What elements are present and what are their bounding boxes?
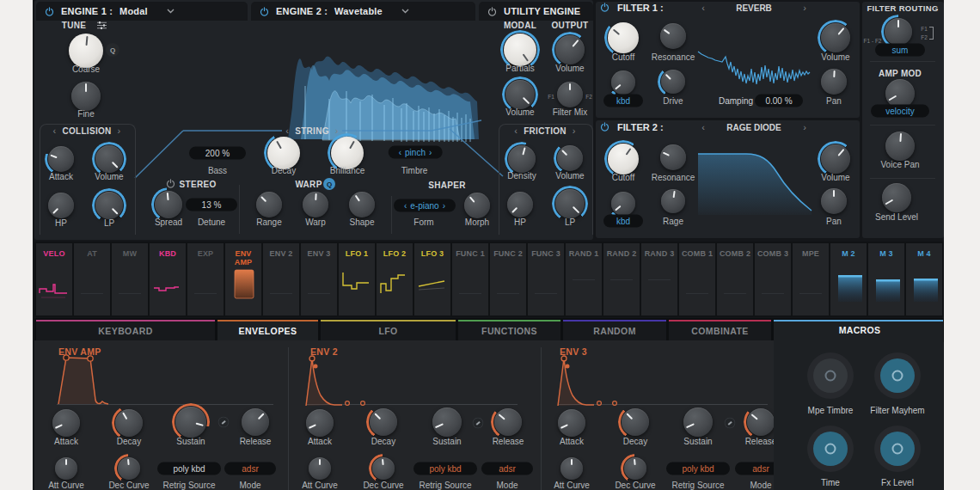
env3-decay-knob[interactable] [622, 408, 649, 436]
decay-knob[interactable] [267, 137, 300, 169]
tab-keyboard[interactable]: KEYBOARD [36, 320, 215, 340]
env-amp-att-curve-knob[interactable] [55, 457, 77, 480]
filter1-prev-arrow[interactable]: ‹ [701, 3, 705, 13]
mod-source-velo[interactable]: VELO [36, 243, 72, 315]
filter2-rage-knob[interactable] [661, 189, 685, 213]
mod-source-m3[interactable]: M 3 [868, 243, 904, 315]
filter-routing-knob[interactable] [885, 18, 912, 46]
env3-release-knob[interactable] [747, 408, 775, 436]
mod-source-mpe[interactable]: MPE [793, 243, 829, 315]
voice-pan-knob[interactable] [885, 132, 915, 161]
mod-source-lfo2[interactable]: LFO 2 [377, 243, 413, 315]
macro-knob-fx-level[interactable] [874, 426, 921, 472]
chevron-down-icon[interactable] [167, 9, 175, 14]
collision-attack-knob[interactable] [48, 146, 74, 172]
env2-decay-knob[interactable] [370, 408, 397, 436]
mod-source-m2[interactable]: M 2 [830, 243, 867, 315]
env-amp-mode-value[interactable]: adsr [224, 462, 276, 475]
env2-attack-knob[interactable] [306, 409, 334, 437]
env2-link-icon[interactable] [473, 418, 484, 429]
collision-volume-knob[interactable] [95, 145, 123, 173]
detune-value[interactable]: 13 % [186, 199, 237, 211]
filter1-type[interactable]: REVERB [736, 3, 772, 13]
env-amp-decay-knob[interactable] [115, 409, 143, 437]
env-amp-retrig-value[interactable]: poly kbd [157, 462, 221, 475]
filter2-power-icon[interactable] [600, 122, 609, 132]
filter2-kbd-button[interactable]: kbd [603, 215, 643, 228]
tab-functions[interactable]: FUNCTIONS [458, 320, 560, 340]
env3-curve-display[interactable] [554, 352, 649, 407]
env-amp-release-knob[interactable] [242, 408, 269, 436]
engine1-type[interactable]: Modal [119, 6, 148, 16]
mod-source-func3[interactable]: FUNC 3 [528, 243, 564, 315]
power-icon[interactable] [260, 7, 269, 16]
power-icon[interactable] [487, 7, 497, 16]
chevron-down-icon[interactable] [401, 9, 409, 14]
mod-source-env3[interactable]: ENV 3 [301, 243, 337, 315]
filter1-kbd-button[interactable]: kbd [603, 95, 643, 107]
env-amp-attack-knob[interactable] [52, 409, 80, 437]
tab-lfo[interactable]: LFO [321, 320, 456, 340]
filter1-drive-knob[interactable] [661, 70, 685, 94]
macro-knob-time[interactable] [807, 426, 854, 472]
partials-knob[interactable] [504, 34, 536, 66]
mod-source-comb1[interactable]: COMB 1 [679, 243, 715, 315]
tab-combinate[interactable]: COMBINATE [669, 320, 771, 340]
mod-source-comb2[interactable]: COMB 2 [717, 243, 753, 315]
damping-value[interactable]: 0.00 % [755, 95, 803, 107]
friction-lp-knob[interactable] [555, 189, 585, 218]
env2-mode-value[interactable]: adsr [481, 462, 533, 475]
env-amp-link-icon[interactable] [218, 417, 230, 428]
density-knob[interactable] [508, 145, 536, 173]
env3-link-icon[interactable] [725, 418, 736, 429]
friction-volume-knob[interactable] [557, 145, 583, 171]
mod-source-kbd[interactable]: KBD [150, 243, 186, 315]
env2-curve-display[interactable] [303, 352, 397, 407]
filter2-resonance-knob[interactable] [660, 144, 686, 170]
mod-source-lfo3[interactable]: LFO 3 [414, 243, 450, 315]
mod-source-func1[interactable]: FUNC 1 [452, 243, 488, 315]
filter2-prev-arrow[interactable]: ‹ [701, 122, 705, 132]
filter2-kbd-knob[interactable] [611, 192, 635, 216]
brilliance-knob[interactable] [331, 137, 364, 169]
env-amp-dec-curve-knob[interactable] [118, 457, 140, 480]
filter1-power-icon[interactable] [600, 3, 609, 12]
morph-knob[interactable] [464, 193, 490, 218]
mod-source-comb3[interactable]: COMB 3 [755, 243, 791, 315]
amp-mod-value[interactable]: velocity [871, 105, 929, 118]
warp-q-button[interactable]: Q [323, 178, 335, 190]
tab-envelopes[interactable]: ENVELOPES [217, 320, 318, 340]
friction-hp-knob[interactable] [507, 192, 533, 217]
mod-source-rand3[interactable]: RAND 3 [641, 243, 677, 315]
env-amp-sustain-knob[interactable] [175, 407, 206, 438]
filter1-kbd-knob[interactable] [611, 70, 635, 95]
env3-dec-curve-knob[interactable] [624, 457, 646, 480]
env2-sustain-knob[interactable] [432, 407, 462, 437]
coarse-knob[interactable] [69, 34, 103, 68]
filter2-pan-knob[interactable] [821, 188, 847, 214]
mod-source-m4[interactable]: M 4 [906, 243, 942, 315]
bass-value[interactable]: 200 % [189, 147, 246, 160]
mod-source-lfo1[interactable]: LFO 1 [339, 243, 375, 315]
filter-mix-knob[interactable] [557, 82, 583, 107]
filter2-next-arrow[interactable]: › [803, 122, 806, 132]
routing-mode-value[interactable]: sum [875, 44, 925, 57]
filter1-pan-knob[interactable] [821, 69, 847, 95]
mod-source-mw[interactable]: MW [112, 243, 148, 315]
mod-source-env-amp[interactable]: ENV AMP [225, 243, 261, 315]
env3-retrig-value[interactable]: poly kbd [666, 462, 730, 475]
timbre-selector[interactable]: ‹pinch› [389, 146, 443, 159]
engine2-type[interactable]: Wavetable [334, 6, 383, 16]
mod-source-env2[interactable]: ENV 2 [263, 243, 299, 315]
collision-hp-knob[interactable] [48, 193, 74, 218]
mod-source-rand1[interactable]: RAND 1 [566, 243, 602, 315]
fine-knob[interactable] [71, 82, 101, 111]
env3-att-curve-knob[interactable] [560, 457, 583, 480]
utility-volume-knob[interactable] [505, 80, 535, 109]
filter2-cutoff-knob[interactable] [608, 144, 639, 175]
filter2-type[interactable]: RAGE DIODE [726, 123, 781, 132]
env2-att-curve-knob[interactable] [309, 457, 331, 480]
env3-sustain-knob[interactable] [683, 407, 713, 437]
macro-knob-mpe-timbre[interactable] [807, 352, 854, 399]
collision-lp-knob[interactable] [95, 192, 123, 219]
